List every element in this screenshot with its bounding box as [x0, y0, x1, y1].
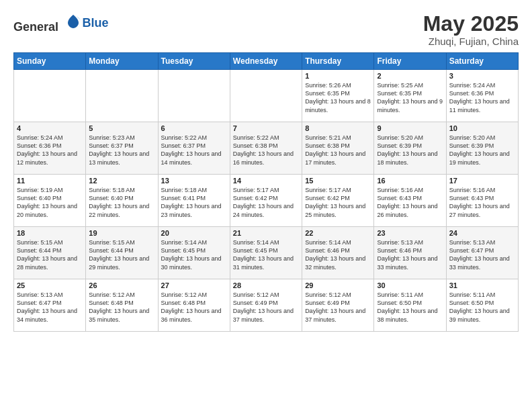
calendar-cell: 20Sunrise: 5:14 AM Sunset: 6:45 PM Dayli… [158, 227, 230, 279]
calendar-cell: 2Sunrise: 5:25 AM Sunset: 6:35 PM Daylig… [374, 70, 446, 122]
logo-icon [64, 12, 83, 31]
cell-info: Sunrise: 5:16 AM Sunset: 6:43 PM Dayligh… [377, 186, 443, 219]
calendar-cell: 23Sunrise: 5:13 AM Sunset: 6:46 PM Dayli… [374, 227, 446, 279]
header: General Blue May 2025 Zhuqi, Fujian, Chi… [13, 12, 519, 47]
calendar-title: May 2025 [423, 12, 519, 36]
header-thursday: Thursday [302, 53, 374, 70]
calendar-cell: 27Sunrise: 5:12 AM Sunset: 6:48 PM Dayli… [158, 279, 230, 332]
cell-info: Sunrise: 5:22 AM Sunset: 6:38 PM Dayligh… [233, 134, 299, 167]
cell-info: Sunrise: 5:12 AM Sunset: 6:49 PM Dayligh… [233, 291, 299, 324]
day-number: 1 [305, 72, 371, 80]
day-number: 6 [161, 124, 227, 132]
day-number: 22 [305, 229, 371, 237]
cell-info: Sunrise: 5:14 AM Sunset: 6:45 PM Dayligh… [161, 238, 227, 271]
weekday-header-row: Sunday Monday Tuesday Wednesday Thursday… [14, 53, 519, 70]
header-wednesday: Wednesday [230, 53, 302, 70]
logo: General Blue [13, 12, 109, 34]
day-number: 28 [233, 281, 299, 289]
cell-info: Sunrise: 5:22 AM Sunset: 6:37 PM Dayligh… [161, 134, 227, 167]
logo-blue: Blue [83, 16, 109, 30]
cell-info: Sunrise: 5:13 AM Sunset: 6:47 PM Dayligh… [449, 238, 515, 271]
day-number: 10 [449, 124, 515, 132]
calendar-cell: 9Sunrise: 5:20 AM Sunset: 6:39 PM Daylig… [374, 122, 446, 175]
week-row-3: 11Sunrise: 5:19 AM Sunset: 6:40 PM Dayli… [14, 175, 519, 227]
calendar-cell [230, 70, 302, 122]
day-number: 31 [449, 281, 515, 289]
day-number: 7 [233, 124, 299, 132]
cell-info: Sunrise: 5:13 AM Sunset: 6:46 PM Dayligh… [377, 238, 443, 271]
calendar-cell: 15Sunrise: 5:17 AM Sunset: 6:42 PM Dayli… [302, 175, 374, 227]
calendar-cell: 12Sunrise: 5:18 AM Sunset: 6:40 PM Dayli… [86, 175, 158, 227]
day-number: 4 [17, 124, 83, 132]
calendar-cell: 14Sunrise: 5:17 AM Sunset: 6:42 PM Dayli… [230, 175, 302, 227]
calendar-cell: 1Sunrise: 5:26 AM Sunset: 6:35 PM Daylig… [302, 70, 374, 122]
calendar-cell: 7Sunrise: 5:22 AM Sunset: 6:38 PM Daylig… [230, 122, 302, 175]
cell-info: Sunrise: 5:17 AM Sunset: 6:42 PM Dayligh… [305, 186, 371, 219]
calendar-cell: 19Sunrise: 5:15 AM Sunset: 6:44 PM Dayli… [86, 227, 158, 279]
day-number: 9 [377, 124, 443, 132]
cell-info: Sunrise: 5:11 AM Sunset: 6:50 PM Dayligh… [449, 291, 515, 324]
calendar-cell: 3Sunrise: 5:24 AM Sunset: 6:36 PM Daylig… [446, 70, 518, 122]
logo-general: General [13, 20, 58, 34]
cell-info: Sunrise: 5:24 AM Sunset: 6:36 PM Dayligh… [449, 81, 515, 114]
calendar-cell: 31Sunrise: 5:11 AM Sunset: 6:50 PM Dayli… [446, 279, 518, 332]
day-number: 18 [17, 229, 83, 237]
day-number: 23 [377, 229, 443, 237]
calendar-cell: 22Sunrise: 5:14 AM Sunset: 6:46 PM Dayli… [302, 227, 374, 279]
cell-info: Sunrise: 5:18 AM Sunset: 6:40 PM Dayligh… [89, 186, 154, 219]
calendar-cell: 4Sunrise: 5:24 AM Sunset: 6:36 PM Daylig… [14, 122, 86, 175]
calendar-subtitle: Zhuqi, Fujian, China [423, 36, 519, 47]
header-monday: Monday [86, 53, 158, 70]
day-number: 27 [161, 281, 227, 289]
calendar-cell [86, 70, 158, 122]
calendar-cell: 10Sunrise: 5:20 AM Sunset: 6:39 PM Dayli… [446, 122, 518, 175]
header-sunday: Sunday [14, 53, 86, 70]
calendar-cell: 26Sunrise: 5:12 AM Sunset: 6:48 PM Dayli… [86, 279, 158, 332]
day-number: 26 [89, 281, 154, 289]
cell-info: Sunrise: 5:12 AM Sunset: 6:48 PM Dayligh… [161, 291, 227, 324]
day-number: 21 [233, 229, 299, 237]
day-number: 3 [449, 72, 515, 80]
day-number: 19 [89, 229, 154, 237]
header-saturday: Saturday [446, 53, 518, 70]
day-number: 30 [377, 281, 443, 289]
cell-info: Sunrise: 5:16 AM Sunset: 6:43 PM Dayligh… [449, 186, 515, 219]
cell-info: Sunrise: 5:23 AM Sunset: 6:37 PM Dayligh… [89, 134, 154, 167]
cell-info: Sunrise: 5:15 AM Sunset: 6:44 PM Dayligh… [17, 238, 83, 271]
day-number: 16 [377, 177, 443, 185]
day-number: 15 [305, 177, 371, 185]
cell-info: Sunrise: 5:25 AM Sunset: 6:35 PM Dayligh… [377, 81, 443, 114]
day-number: 5 [89, 124, 154, 132]
calendar-cell: 18Sunrise: 5:15 AM Sunset: 6:44 PM Dayli… [14, 227, 86, 279]
calendar-cell: 8Sunrise: 5:21 AM Sunset: 6:38 PM Daylig… [302, 122, 374, 175]
day-number: 17 [449, 177, 515, 185]
cell-info: Sunrise: 5:20 AM Sunset: 6:39 PM Dayligh… [377, 134, 443, 167]
calendar-cell: 5Sunrise: 5:23 AM Sunset: 6:37 PM Daylig… [86, 122, 158, 175]
calendar-cell: 29Sunrise: 5:12 AM Sunset: 6:49 PM Dayli… [302, 279, 374, 332]
day-number: 29 [305, 281, 371, 289]
day-number: 25 [17, 281, 83, 289]
calendar-cell [158, 70, 230, 122]
cell-info: Sunrise: 5:20 AM Sunset: 6:39 PM Dayligh… [449, 134, 515, 167]
title-block: May 2025 Zhuqi, Fujian, China [423, 12, 519, 47]
day-number: 14 [233, 177, 299, 185]
week-row-5: 25Sunrise: 5:13 AM Sunset: 6:47 PM Dayli… [14, 279, 519, 332]
cell-info: Sunrise: 5:15 AM Sunset: 6:44 PM Dayligh… [89, 238, 154, 271]
calendar-table: Sunday Monday Tuesday Wednesday Thursday… [13, 52, 519, 332]
week-row-4: 18Sunrise: 5:15 AM Sunset: 6:44 PM Dayli… [14, 227, 519, 279]
calendar-cell: 11Sunrise: 5:19 AM Sunset: 6:40 PM Dayli… [14, 175, 86, 227]
calendar-cell: 17Sunrise: 5:16 AM Sunset: 6:43 PM Dayli… [446, 175, 518, 227]
calendar-cell: 30Sunrise: 5:11 AM Sunset: 6:50 PM Dayli… [374, 279, 446, 332]
cell-info: Sunrise: 5:24 AM Sunset: 6:36 PM Dayligh… [17, 134, 83, 167]
day-number: 13 [161, 177, 227, 185]
cell-info: Sunrise: 5:12 AM Sunset: 6:48 PM Dayligh… [89, 291, 154, 324]
calendar-cell: 6Sunrise: 5:22 AM Sunset: 6:37 PM Daylig… [158, 122, 230, 175]
day-number: 8 [305, 124, 371, 132]
cell-info: Sunrise: 5:11 AM Sunset: 6:50 PM Dayligh… [377, 291, 443, 324]
cell-info: Sunrise: 5:21 AM Sunset: 6:38 PM Dayligh… [305, 134, 371, 167]
day-number: 11 [17, 177, 83, 185]
week-row-2: 4Sunrise: 5:24 AM Sunset: 6:36 PM Daylig… [14, 122, 519, 175]
calendar-cell: 13Sunrise: 5:18 AM Sunset: 6:41 PM Dayli… [158, 175, 230, 227]
cell-info: Sunrise: 5:14 AM Sunset: 6:45 PM Dayligh… [233, 238, 299, 271]
cell-info: Sunrise: 5:19 AM Sunset: 6:40 PM Dayligh… [17, 186, 83, 219]
